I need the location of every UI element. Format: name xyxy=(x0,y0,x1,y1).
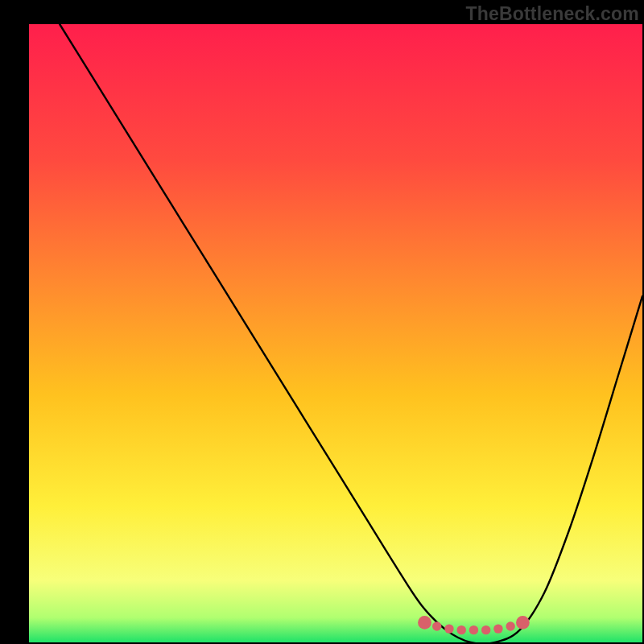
plot-background xyxy=(29,24,642,642)
valley-marker xyxy=(516,616,530,630)
valley-marker xyxy=(418,616,431,630)
bottleneck-chart xyxy=(0,0,644,644)
valley-marker xyxy=(456,625,465,634)
watermark-text: TheBottleneck.com xyxy=(465,3,639,25)
valley-marker xyxy=(444,624,453,633)
valley-marker xyxy=(432,621,441,630)
chart-stage: TheBottleneck.com xyxy=(0,0,644,644)
valley-marker xyxy=(481,625,490,634)
valley-marker xyxy=(469,625,478,634)
valley-marker xyxy=(506,621,514,630)
valley-marker xyxy=(493,624,502,633)
